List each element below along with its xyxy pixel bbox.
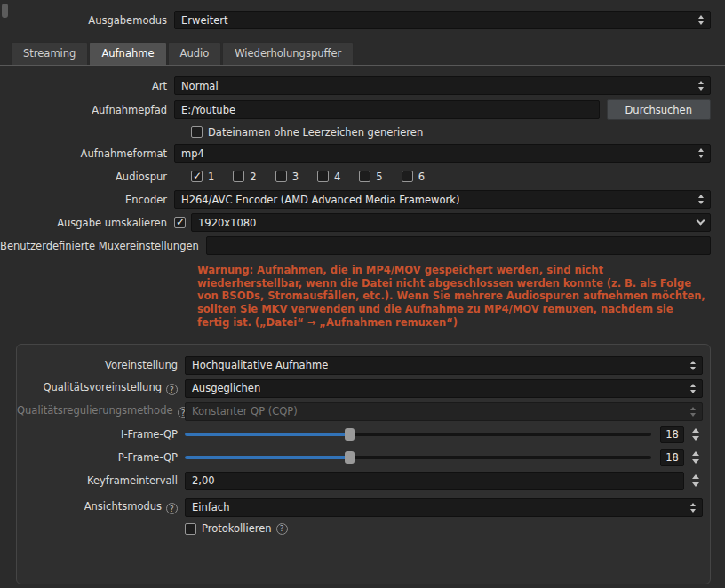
rescale-checkbox[interactable]	[174, 217, 186, 228]
logging-checkbox[interactable]	[185, 523, 196, 535]
dropdown-arrows-icon	[690, 361, 696, 370]
audio-track-6-label: 6	[418, 171, 425, 183]
step-down-icon[interactable]	[692, 459, 699, 464]
view-mode-row: Ansichtsmodus Einfach	[17, 498, 703, 517]
audio-track-3-checkbox[interactable]	[275, 171, 287, 182]
i-frame-qp-stepper[interactable]	[689, 428, 703, 441]
recording-type-label: Art	[0, 80, 174, 92]
keyframe-interval-row: Keyframeintervall	[17, 472, 703, 490]
muxer-row: Benutzerdefinierte Muxereinstellungen	[0, 236, 711, 255]
i-frame-qp-label: I-Frame-QP	[17, 428, 185, 441]
view-mode-label: Ansichtsmodus	[17, 500, 185, 515]
recording-type-row: Art Normal	[0, 76, 711, 95]
encoder-dropdown[interactable]: H264/AVC Encoder (AMD Advanced Media Fra…	[174, 190, 711, 209]
recording-path-label: Aufnahmepfad	[0, 104, 174, 116]
browse-button[interactable]: Durchsuchen	[607, 99, 712, 120]
audio-track-checkboxes: 1 2 3 4 5 6	[191, 171, 425, 183]
tab-audio[interactable]: Audio	[168, 42, 222, 65]
dropdown-arrows-icon	[698, 148, 704, 158]
help-icon[interactable]	[276, 523, 288, 535]
muxer-input[interactable]	[206, 236, 711, 255]
preset-value: Hochqualitative Aufnahme	[192, 359, 328, 371]
muxer-label: Benutzerdefinierte Muxereinstellungen	[0, 240, 206, 252]
tab-streaming[interactable]: Streaming	[11, 42, 88, 65]
tab-aufnahme[interactable]: Aufnahme	[89, 42, 166, 65]
slider-fill	[185, 433, 349, 436]
tab-wiederholungspuffer[interactable]: Wiederholungspuffer	[222, 42, 354, 65]
rescale-resolution-value: 1920x1080	[198, 217, 256, 229]
i-frame-qp-slider[interactable]	[185, 426, 651, 442]
keyframe-interval-label: Keyframeintervall	[17, 474, 185, 487]
encoder-value: H264/AVC Encoder (AMD Advanced Media Fra…	[181, 194, 459, 206]
slider-thumb[interactable]	[345, 451, 355, 464]
dropdown-arrows-icon	[698, 81, 704, 91]
i-frame-qp-value[interactable]: 18	[660, 426, 684, 443]
audio-track-5-label: 5	[376, 171, 382, 183]
mp4-warning-text: Warnung: Aufnahmen, die in MP4/MOV gespe…	[197, 264, 707, 330]
quality-preset-dropdown[interactable]: Ausgeglichen	[185, 379, 703, 398]
encoder-label: Encoder	[0, 194, 174, 206]
encoder-settings-group: Voreinstellung Hochqualitative Aufnahme …	[16, 344, 711, 584]
chevron-down-icon	[697, 217, 705, 226]
step-down-icon[interactable]	[692, 436, 699, 441]
help-icon[interactable]	[166, 384, 178, 395]
scrollbar-thumb[interactable]	[2, 4, 8, 18]
dropdown-arrows-icon	[690, 384, 696, 393]
dropdown-arrows-icon	[698, 15, 704, 25]
recording-path-row: Aufnahmepfad Durchsuchen	[0, 99, 711, 120]
recording-type-dropdown[interactable]: Normal	[174, 76, 711, 95]
p-frame-qp-slider[interactable]	[185, 449, 651, 465]
logging-label: Protokollieren	[202, 522, 272, 535]
view-mode-dropdown[interactable]: Einfach	[185, 498, 703, 517]
audio-track-2-checkbox[interactable]	[233, 171, 244, 182]
recording-type-value: Normal	[181, 80, 219, 92]
step-up-icon[interactable]	[692, 474, 699, 479]
output-mode-value: Erweitert	[181, 14, 228, 27]
audio-track-6-checkbox[interactable]	[402, 171, 413, 182]
preset-dropdown[interactable]: Hochqualitative Aufnahme	[185, 356, 703, 375]
audio-track-5-checkbox[interactable]	[359, 171, 370, 182]
output-mode-dropdown[interactable]: Erweitert	[174, 11, 711, 29]
audio-track-label: Audiospur	[0, 171, 174, 183]
rescale-label: Ausgabe umskalieren	[0, 217, 174, 229]
output-mode-label: Ausgabemodus	[0, 14, 174, 27]
view-mode-value: Einfach	[192, 501, 229, 513]
recording-format-value: mp4	[181, 147, 204, 160]
audio-track-2-label: 2	[250, 171, 256, 183]
quality-preset-row: Qualitätsvoreinstellung Ausgeglichen	[17, 379, 703, 398]
dropdown-arrows-icon	[690, 503, 696, 513]
quality-preset-label: Qualitätsvoreinstellung	[17, 381, 185, 396]
p-frame-qp-label: P-Frame-QP	[17, 451, 185, 464]
audio-track-4-checkbox[interactable]	[317, 171, 329, 182]
audio-track-1-label: 1	[208, 171, 214, 183]
slider-fill	[185, 456, 349, 459]
p-frame-qp-value[interactable]: 18	[660, 449, 684, 466]
p-frame-qp-stepper[interactable]	[689, 451, 703, 464]
quality-preset-value: Ausgeglichen	[192, 382, 260, 394]
audio-track-row: Audiospur 1 2 3 4 5 6	[0, 167, 711, 186]
help-icon[interactable]	[166, 503, 178, 514]
rate-control-dropdown: Konstanter QP (CQP)	[185, 402, 703, 421]
step-down-icon[interactable]	[692, 482, 699, 487]
preset-label: Voreinstellung	[17, 359, 185, 371]
output-tabbar: Streaming Aufnahme Audio Wiederholungspu…	[0, 42, 725, 66]
rate-control-row: Qualitätsregulierungsmethode Konstanter …	[17, 402, 703, 421]
no-spaces-label: Dateinamen ohne Leerzeichen generieren	[208, 126, 423, 139]
encoder-row: Encoder H264/AVC Encoder (AMD Advanced M…	[0, 190, 711, 209]
step-up-icon[interactable]	[692, 428, 699, 433]
recording-format-row: Aufnahmeformat mp4	[0, 144, 711, 163]
step-up-icon[interactable]	[692, 451, 699, 456]
rescale-row: Ausgabe umskalieren 1920x1080	[0, 213, 711, 232]
dropdown-arrows-icon	[690, 407, 696, 417]
dropdown-arrows-icon	[698, 195, 704, 204]
recording-format-dropdown[interactable]: mp4	[174, 144, 711, 163]
p-frame-qp-row: P-Frame-QP 18	[17, 449, 703, 467]
rescale-resolution-dropdown[interactable]: 1920x1080	[191, 213, 711, 232]
audio-track-3-label: 3	[292, 171, 299, 183]
keyframe-interval-input[interactable]	[185, 472, 684, 490]
slider-thumb[interactable]	[345, 428, 355, 441]
recording-path-input[interactable]	[174, 100, 600, 119]
audio-track-1-checkbox[interactable]	[191, 171, 203, 182]
no-spaces-checkbox[interactable]	[191, 126, 203, 138]
keyframe-interval-stepper[interactable]	[689, 474, 703, 487]
